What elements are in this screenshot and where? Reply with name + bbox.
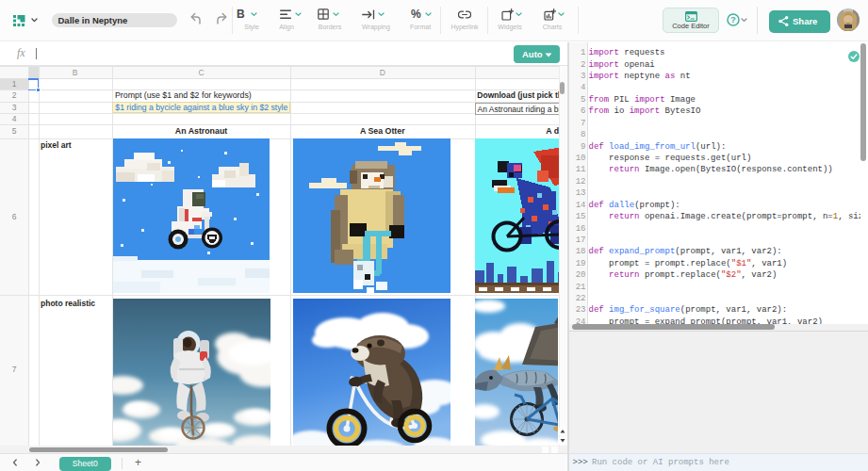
svg-text:?: ? <box>730 14 736 24</box>
